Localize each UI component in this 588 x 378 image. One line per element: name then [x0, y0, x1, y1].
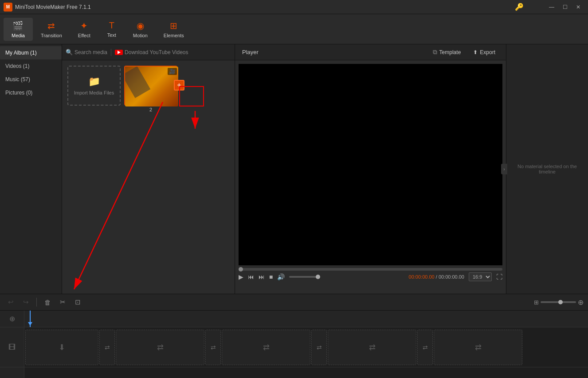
window-controls: — ☐ ✕: [545, 3, 584, 12]
maximize-button[interactable]: ☐: [559, 3, 571, 12]
toolbar-item-media[interactable]: 🎬 Media: [4, 18, 33, 41]
media-panel: 🔍 Search media Download YouTube Videos 📁…: [62, 44, 235, 294]
toolbar-separator: [36, 298, 37, 307]
timeline-cell-2[interactable]: ⇄: [116, 330, 204, 365]
youtube-icon: [115, 50, 123, 55]
zoom-in-button[interactable]: ⊕: [578, 298, 584, 307]
transition-label: Transition: [41, 33, 62, 38]
template-label: Template: [439, 49, 461, 55]
player-title: Player: [242, 49, 259, 55]
minimize-button[interactable]: —: [545, 3, 558, 12]
text-icon: T: [109, 20, 114, 31]
player-actions: ⧉ Template ⬆ Export: [429, 47, 499, 57]
timeline-cell-5[interactable]: ⇄: [434, 330, 522, 365]
transition-icon-4: ⇄: [423, 344, 428, 351]
main-toolbar: 🎬 Media ⇄ Transition ✦ Effect T Text ◉ M…: [0, 14, 588, 44]
media-toolbar: 🔍 Search media Download YouTube Videos: [62, 44, 235, 60]
template-button[interactable]: ⧉ Template: [429, 47, 465, 57]
export-button[interactable]: ⬆ Export: [470, 48, 499, 57]
stop-button[interactable]: ■: [269, 273, 273, 280]
cell-download-icon: ⬇: [59, 343, 65, 352]
media-icon: 🎬: [12, 20, 24, 31]
crop-button[interactable]: ⊡: [71, 296, 84, 308]
zoom-control: ⊞ ⊕: [534, 298, 584, 307]
toolbar-item-effect[interactable]: ✦ Effect: [70, 18, 98, 41]
yt-download-button[interactable]: Download YouTube Videos: [115, 49, 188, 55]
player-panel: Player ⧉ Template ⬆ Export ▶ ⏮ ⏭: [235, 44, 506, 294]
close-button[interactable]: ✕: [572, 3, 584, 12]
progress-bar[interactable]: [239, 268, 502, 271]
sidebar: My Album (1) Videos (1) Music (57) Pictu…: [0, 44, 62, 294]
fullscreen-button[interactable]: ⛶: [496, 273, 502, 280]
right-panel-toggle[interactable]: ›: [501, 164, 507, 174]
motion-label: Motion: [133, 33, 148, 38]
timeline-cell-1[interactable]: ⬇: [25, 330, 98, 365]
redo-button[interactable]: ↪: [20, 296, 32, 308]
cell-icon-2: ⇄: [157, 343, 164, 352]
sidebar-item-pictures[interactable]: Pictures (0): [0, 86, 62, 99]
add-to-timeline-button[interactable]: +: [174, 80, 184, 91]
sidebar-item-my-album[interactable]: My Album (1): [0, 46, 62, 59]
time-display: 00:00:00.00 / 00:00:00.00: [409, 274, 464, 280]
toolbar-item-text[interactable]: T Text: [98, 18, 125, 40]
timeline-transition-4[interactable]: ⇄: [417, 330, 433, 365]
main-area: My Album (1) Videos (1) Music (57) Pictu…: [0, 44, 588, 294]
toolbar-item-motion[interactable]: ◉ Motion: [125, 18, 156, 41]
timeline: ⊕ 🎞 ♪ ⬇ ⇄ ⇄: [0, 311, 588, 378]
playhead[interactable]: [30, 311, 31, 327]
timeline-cell-3[interactable]: ⇄: [222, 330, 310, 365]
volume-slider[interactable]: [289, 276, 320, 278]
timeline-transition-1[interactable]: ⇄: [99, 330, 115, 365]
aspect-ratio-select[interactable]: 16:9 4:3 1:1: [469, 272, 492, 281]
effect-icon: ✦: [80, 20, 88, 31]
no-material-text: No material selected on the timeline: [506, 158, 588, 180]
camera-icon: 🎥: [168, 68, 177, 75]
time-current: 00:00:00.00: [409, 274, 435, 280]
toolbar-item-transition[interactable]: ⇄ Transition: [33, 18, 70, 41]
transition-icon-2: ⇄: [211, 344, 216, 351]
export-icon: ⬆: [473, 49, 478, 55]
effect-label: Effect: [78, 33, 90, 38]
transition-icon-3: ⇄: [317, 344, 322, 351]
play-button[interactable]: ▶: [239, 273, 243, 280]
search-media-button[interactable]: 🔍 Search media: [66, 49, 107, 55]
media-grid: 📁 Import Media Files 🎥 + 2: [62, 60, 235, 294]
volume-knob: [316, 275, 320, 279]
next-button[interactable]: ⏭: [259, 273, 265, 280]
export-label: Export: [480, 49, 495, 55]
controls-row: ▶ ⏮ ⏭ ■ 🔊 00:00:00.00 / 00:00:00.00 16:9…: [239, 272, 502, 281]
app-title: MiniTool MovieMaker Free 7.1.1: [15, 4, 91, 10]
timeline-transition-2[interactable]: ⇄: [205, 330, 221, 365]
import-media-label: Import Media Files: [74, 90, 114, 95]
time-total: / 00:00:00.00: [436, 274, 464, 280]
volume-icon[interactable]: 🔊: [277, 273, 285, 280]
progress-dot: [239, 267, 243, 272]
thumb-label: 2: [149, 107, 152, 112]
prev-button[interactable]: ⏮: [248, 273, 254, 280]
sidebar-item-music[interactable]: Music (57): [0, 73, 62, 86]
video-track-label: 🎞: [0, 327, 24, 367]
add-track-icon[interactable]: ⊕: [9, 315, 15, 323]
timeline-cell-4[interactable]: ⇄: [328, 330, 416, 365]
cell-icon-3: ⇄: [263, 343, 270, 352]
zoom-slider[interactable]: [541, 301, 576, 303]
toolbar-item-elements[interactable]: ⊞ Elements: [156, 18, 192, 41]
media-thumbnail[interactable]: 🎥 +: [124, 66, 177, 106]
playhead-triangle: [28, 322, 32, 326]
cell-icon-4: ⇄: [369, 343, 376, 352]
sidebar-item-videos[interactable]: Videos (1): [0, 59, 62, 73]
delete-button[interactable]: 🗑: [41, 296, 54, 308]
import-media-box[interactable]: 📁 Import Media Files: [67, 66, 121, 106]
cell-icon-5: ⇄: [475, 343, 482, 352]
media-label: Media: [12, 33, 25, 38]
audio-track-icon: ♪: [10, 377, 14, 378]
search-icon: 🔍: [66, 49, 73, 55]
zoom-out-icon[interactable]: ⊞: [534, 299, 539, 306]
search-media-label: Search media: [74, 49, 107, 55]
timeline-transition-3[interactable]: ⇄: [311, 330, 327, 365]
player-controls: ▶ ⏮ ⏭ ■ 🔊 00:00:00.00 / 00:00:00.00 16:9…: [235, 267, 506, 294]
transition-icon-1: ⇄: [105, 344, 110, 351]
undo-button[interactable]: ↩: [4, 296, 17, 308]
cut-button[interactable]: ✂: [56, 296, 69, 308]
video-canvas: [239, 64, 502, 265]
